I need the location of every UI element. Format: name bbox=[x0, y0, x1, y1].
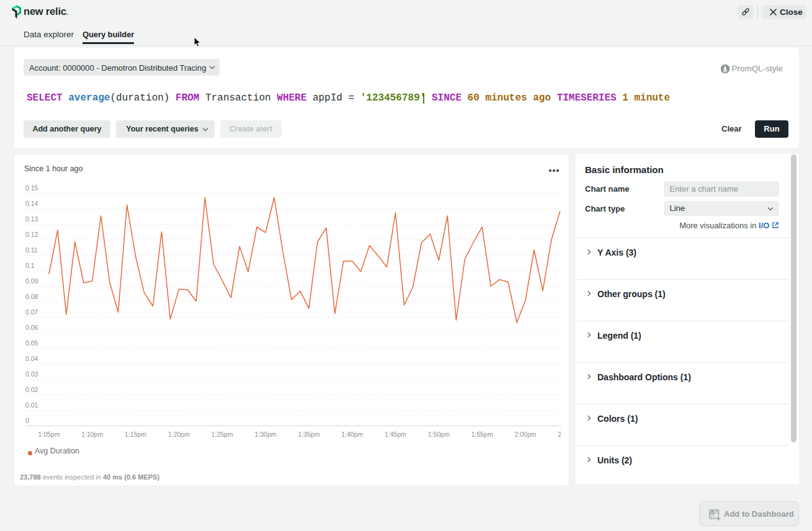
svg-text:0.14: 0.14 bbox=[25, 200, 38, 207]
svg-text:0.06: 0.06 bbox=[25, 324, 38, 331]
svg-text:1:10pm: 1:10pm bbox=[81, 431, 103, 438]
svg-text:0.02: 0.02 bbox=[25, 386, 38, 393]
svg-text:0.11: 0.11 bbox=[25, 246, 38, 254]
svg-text:0.01: 0.01 bbox=[25, 401, 38, 409]
svg-text:1:40pm: 1:40pm bbox=[341, 431, 363, 438]
svg-text:0.1: 0.1 bbox=[25, 262, 35, 269]
svg-text:0.08: 0.08 bbox=[25, 293, 38, 300]
svg-text:1:55pm: 1:55pm bbox=[471, 431, 493, 438]
svg-text:1:50pm: 1:50pm bbox=[428, 431, 450, 438]
svg-text:1:45pm: 1:45pm bbox=[385, 431, 406, 438]
svg-text:1:05pm: 1:05pm bbox=[38, 431, 60, 438]
svg-text:0.15: 0.15 bbox=[25, 184, 38, 192]
svg-text:0: 0 bbox=[25, 417, 29, 424]
svg-text:0.13: 0.13 bbox=[25, 215, 38, 223]
svg-text:0.05: 0.05 bbox=[25, 339, 38, 347]
svg-text:1:25pm: 1:25pm bbox=[212, 431, 233, 438]
svg-text:0.09: 0.09 bbox=[25, 277, 38, 285]
svg-text:1:30pm: 1:30pm bbox=[254, 431, 276, 438]
svg-text:1:20pm: 1:20pm bbox=[168, 431, 190, 438]
svg-text:2:05pm: 2:05pm bbox=[558, 431, 561, 438]
svg-text:0.04: 0.04 bbox=[25, 355, 38, 362]
svg-text:0.03: 0.03 bbox=[25, 370, 38, 378]
svg-text:0.12: 0.12 bbox=[25, 231, 38, 238]
svg-text:1:35pm: 1:35pm bbox=[298, 431, 319, 438]
svg-text:1:15pm: 1:15pm bbox=[125, 431, 146, 438]
svg-text:0.07: 0.07 bbox=[25, 308, 38, 316]
svg-text:2:00pm: 2:00pm bbox=[514, 431, 536, 438]
